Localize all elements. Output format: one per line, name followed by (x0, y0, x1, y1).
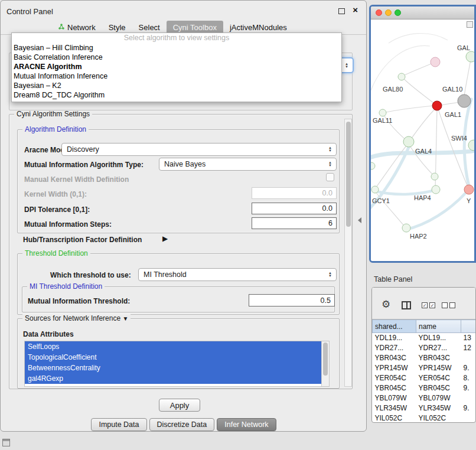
network-canvas[interactable]: GALGAL80GAL10GAL11GAL1SWI4GAL4GCY1HAP4YH… (371, 19, 474, 261)
attributes-list-scrollbar-thumb[interactable] (323, 343, 328, 376)
sources-collapse-arrow-icon[interactable]: ▼ (122, 315, 128, 322)
table-cell: 9. (461, 403, 476, 413)
attribute-list-item[interactable]: BetweennessCentrality (25, 363, 321, 373)
network-node[interactable] (464, 185, 474, 194)
apply-button[interactable]: Apply (159, 399, 200, 412)
network-node-label: GAL (457, 44, 470, 51)
column-header-extra[interactable] (461, 320, 476, 333)
network-node[interactable] (371, 186, 379, 193)
network-node-label: GAL10 (442, 86, 462, 93)
tab-infer-network[interactable]: Infer Network (217, 418, 276, 431)
table-cell: 12 (461, 343, 476, 353)
settings-scrollbar[interactable] (344, 119, 352, 387)
table-row[interactable]: YBR043CYBR043C (373, 353, 476, 363)
kernel-width-label: Kernel Width (0,1): (24, 190, 87, 198)
tab-label: Network (67, 23, 96, 32)
settings-scrollbar-thumb[interactable] (346, 122, 351, 227)
data-attributes-label: Data Attributes (23, 330, 74, 338)
table-row[interactable]: YBR045CYBR045C9. (373, 383, 476, 393)
table-cell: YDR27... (416, 343, 461, 353)
minimize-traffic-light[interactable] (385, 9, 392, 16)
network-node[interactable] (431, 57, 440, 67)
attributes-list-scrollbar[interactable] (321, 341, 329, 386)
network-node[interactable] (403, 136, 414, 147)
group-title: Threshold Definition (22, 249, 90, 257)
manual-kernel-checkbox[interactable] (326, 173, 334, 181)
network-node-label: GCY1 (372, 197, 390, 204)
column-header-name[interactable]: name (416, 320, 461, 333)
table-cell: YDL19... (416, 333, 461, 343)
algorithm-popup-item[interactable]: Basic Correlation Inference (12, 53, 341, 62)
mi-threshold-field[interactable]: 0.5 (249, 294, 335, 306)
tab-discretize-data[interactable]: Discretize Data (149, 418, 215, 431)
network-node[interactable] (468, 140, 474, 151)
table-cell: YER054C (373, 373, 416, 383)
network-node[interactable] (379, 109, 386, 116)
table-cell: YPR145W (373, 363, 416, 373)
select-all-rows-icon[interactable]: ✓✓ (422, 302, 435, 308)
network-window-titlebar[interactable] (371, 6, 474, 19)
attribute-list-item[interactable]: TopologicalCoefficient (25, 352, 321, 363)
algorithm-popup-item[interactable]: ARACNE Algorithm (12, 62, 341, 71)
mi-type-combo[interactable]: Naive Bayes ▲▼ (159, 158, 337, 171)
table-cell: YER054C (416, 373, 461, 383)
algorithm-popup-item[interactable]: Bayesian – Hill Climbing (12, 43, 341, 53)
network-node[interactable] (432, 101, 442, 110)
table-cell: YDL19... (373, 333, 416, 343)
attribute-list-item[interactable]: gal4RGexp (25, 373, 321, 384)
hub-expand-arrow-icon[interactable]: ▶ (162, 234, 168, 243)
sources-title: Sources for Network Inference (25, 314, 120, 322)
network-node[interactable] (432, 185, 440, 194)
network-tab-icon (58, 23, 65, 32)
data-attributes-list[interactable]: SelfLoopsTopologicalCoefficientBetweenne… (24, 341, 330, 387)
canvas-corner-widget[interactable] (467, 21, 473, 28)
table-row[interactable]: YER054CYER054C8. (373, 373, 476, 383)
hub-section-label: Hub/Transcription Factor Definition (23, 236, 142, 244)
attribute-list-item[interactable]: SelfLoops (25, 341, 321, 352)
table-cell: 9. (461, 383, 476, 393)
table-cell: YIL052C (416, 413, 461, 423)
network-node[interactable] (371, 162, 375, 169)
table-cell: YBR045C (373, 383, 416, 393)
network-node[interactable] (402, 224, 410, 232)
mi-steps-field[interactable]: 6 (252, 217, 337, 229)
table-row[interactable]: YLR345WYLR345W9. (373, 403, 476, 413)
table-body: YDL19...YDL19...13YDR27...YDR27...12YBR0… (373, 333, 476, 423)
gear-icon[interactable]: ⚙ (382, 299, 390, 310)
table-row[interactable]: YDR27...YDR27...12 (373, 343, 476, 353)
network-node[interactable] (458, 94, 471, 107)
table-row[interactable]: YPR145WYPR145W9. (373, 363, 476, 373)
column-header-shared-name[interactable]: shared... (373, 320, 416, 333)
algorithm-popup-list: Bayesian – Hill ClimbingBasic Correlatio… (12, 43, 341, 100)
zoom-traffic-light[interactable] (395, 9, 401, 16)
table-cell: 8. (461, 373, 476, 383)
deselect-all-rows-icon[interactable] (442, 302, 455, 308)
algorithm-popup-item[interactable]: Dream8 DC_TDC Algorithm (12, 90, 341, 100)
float-window-icon[interactable] (338, 8, 345, 14)
stepper-arrows-icon: ▲▼ (343, 60, 351, 70)
close-traffic-light[interactable] (376, 9, 382, 16)
kernel-width-field[interactable]: 0.0 (252, 187, 337, 199)
close-icon[interactable]: × (353, 5, 358, 15)
aracne-mode-combo[interactable]: Discovery ▲▼ (61, 143, 337, 156)
algorithm-popup-item[interactable]: Bayesian – K2 (12, 81, 341, 90)
network-node[interactable] (466, 51, 474, 62)
which-threshold-combo[interactable]: MI Threshold ▲▼ (138, 268, 337, 281)
network-graph: GALGAL80GAL10GAL11GAL1SWI4GAL4GCY1HAP4YH… (371, 19, 474, 263)
splitter-collapse-arrow[interactable] (358, 217, 361, 223)
table-row[interactable]: YIL052CYIL052C (373, 413, 476, 423)
network-node[interactable] (431, 173, 438, 180)
tab-impute-data[interactable]: Impute Data (91, 418, 146, 431)
network-node[interactable] (398, 73, 405, 80)
docked-panel-icon[interactable] (2, 439, 10, 446)
aracne-mode-value: Discovery (67, 145, 99, 154)
algorithm-popup-item[interactable]: Mutual Information Inference (12, 71, 341, 81)
table-row[interactable]: YDL19...YDL19...13 (373, 333, 476, 343)
table-cell: YBL079W (416, 393, 461, 403)
table-cell: YBR045C (416, 383, 461, 393)
column-selector-icon[interactable] (402, 301, 411, 309)
table-row[interactable]: YBL079WYBL079W (373, 393, 476, 403)
dpi-tolerance-field[interactable]: 0.0 (252, 203, 337, 214)
network-node-label: GAL80 (383, 86, 403, 93)
network-node-label: HAP2 (410, 233, 427, 240)
